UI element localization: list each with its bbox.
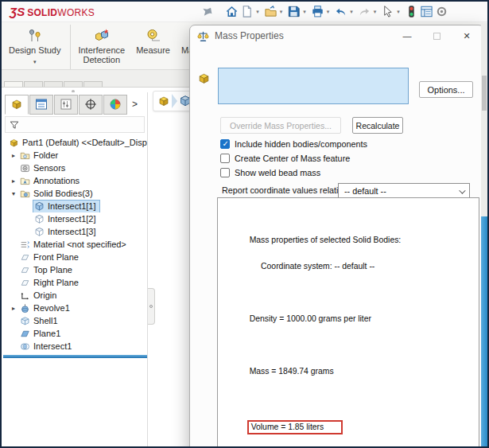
cube-outline-icon	[34, 227, 45, 237]
checkbox[interactable]	[220, 168, 230, 177]
tree-expander[interactable]: ▾	[8, 190, 19, 197]
dropdown-caret-icon[interactable]: ▾	[397, 9, 400, 15]
tree-item[interactable]: ▸ Annotations	[3, 174, 147, 187]
tree-item[interactable]: ▸ Revolve1	[3, 302, 147, 314]
toolbar-button[interactable]	[404, 4, 419, 19]
list-view-icon	[420, 5, 433, 18]
menu-item[interactable]	[169, 10, 184, 14]
tree-item[interactable]: Sensors	[3, 162, 147, 174]
command-tab[interactable]	[64, 81, 83, 87]
toolbar-button[interactable]: ▾	[333, 4, 357, 19]
close-button[interactable]: ✕	[461, 31, 472, 41]
ribbon-button[interactable]: Measure	[130, 25, 176, 69]
plane-filled-icon	[20, 329, 30, 339]
checkbox-row[interactable]: Create Center of Mass feature	[220, 153, 350, 164]
toolbar-button[interactable]	[224, 4, 239, 19]
tree-expander[interactable]: ▸	[8, 305, 19, 312]
logo-mark: ƷS	[10, 5, 25, 18]
command-tab[interactable]	[4, 81, 23, 87]
property-mgr-icon	[60, 98, 72, 111]
command-tab[interactable]	[44, 81, 63, 87]
right-scrollbar[interactable]	[481, 23, 487, 446]
maximize-button[interactable]	[433, 33, 440, 40]
tree-item[interactable]: Intersect1[1]	[3, 200, 147, 212]
tree-item[interactable]: Origin	[3, 289, 147, 302]
toolbar-button[interactable]: ▾	[380, 4, 404, 19]
tree-item[interactable]: Shell1	[3, 314, 147, 327]
dropdown-caret-icon[interactable]: ▾	[374, 9, 377, 15]
tree-item[interactable]: Top Plane	[3, 263, 147, 276]
dropdown-caret-icon[interactable]: ▾	[327, 9, 330, 15]
options-button[interactable]: Options...	[419, 81, 473, 98]
ribbon-button[interactable]: Interference Detection	[72, 25, 130, 69]
plane-icon	[20, 278, 30, 288]
menu-item[interactable]	[112, 10, 126, 14]
tree-item[interactable]: Intersect1	[3, 340, 147, 353]
panel-tab[interactable]	[54, 95, 78, 115]
checkbox-row[interactable]: Include hidden bodies/components	[220, 138, 367, 150]
sw-part-icon	[10, 98, 23, 111]
tree-expander[interactable]: ▸	[8, 177, 19, 185]
panel-tabs-overflow-arrow[interactable]: >	[132, 99, 146, 110]
toolbar-button[interactable]: ▾	[263, 4, 287, 19]
tree-item[interactable]: Right Plane	[3, 276, 147, 289]
toolbar-button[interactable]: ▾	[310, 4, 334, 19]
tree-filter-input[interactable]	[5, 116, 145, 133]
panel-tab[interactable]	[29, 95, 53, 115]
panel-tab[interactable]	[79, 95, 103, 115]
coordinate-system-select[interactable]: -- default --	[338, 183, 470, 198]
ribbon-button[interactable]: Design Study ▾	[3, 25, 71, 69]
scrollbar-thumb[interactable]	[482, 76, 487, 111]
command-tab[interactable]	[83, 81, 103, 87]
sw-part-icon	[9, 138, 19, 148]
print-icon	[311, 5, 324, 18]
recalculate-button[interactable]: Recalculate	[352, 117, 403, 134]
menu-item[interactable]	[155, 10, 169, 14]
tree-item[interactable]: Material <not specified>	[3, 238, 147, 251]
selection-list[interactable]	[218, 68, 409, 104]
checkbox[interactable]	[220, 139, 230, 149]
checkbox[interactable]	[220, 154, 230, 163]
override-mass-properties-button[interactable]: Override Mass Properties...	[220, 117, 341, 134]
pin-icon[interactable]	[201, 6, 213, 18]
sw-part-icon[interactable]	[157, 95, 170, 107]
toolbar-button[interactable]	[419, 4, 434, 19]
dropdown-caret-icon[interactable]: ▾	[33, 57, 37, 67]
menu-item[interactable]	[184, 10, 198, 14]
report-line: Coordinate system: -- default --	[222, 253, 479, 279]
dropdown-caret-icon[interactable]: ▾	[303, 9, 306, 15]
dropdown-caret-icon[interactable]: ▾	[350, 9, 353, 15]
gear-icon	[435, 5, 448, 18]
toolbar-button[interactable]	[434, 4, 449, 19]
tree-item[interactable]: Intersect1[2]	[3, 212, 147, 225]
report-line: Mass properties of selected Solid Bodies…	[222, 227, 479, 253]
panel-tab[interactable]	[5, 95, 29, 115]
tree-item-label: Intersect1	[33, 341, 72, 351]
command-tab[interactable]	[24, 81, 43, 87]
toolbar-button[interactable]: ▾	[357, 4, 381, 19]
menu-item[interactable]	[141, 10, 155, 14]
toolbar-button[interactable]: ▾	[239, 4, 263, 19]
tree-item[interactable]: Front Plane	[3, 251, 147, 263]
toolbar-button[interactable]: ▾	[286, 4, 310, 19]
quick-access-toolbar: ▾ ▾ ▾ ▾ ▾ ▾ ▾	[224, 4, 449, 19]
intersect-icon	[20, 341, 30, 352]
menu-item[interactable]	[126, 10, 141, 14]
checkbox-row[interactable]: Show weld bead mass	[220, 167, 320, 178]
rollback-bar[interactable]	[3, 355, 147, 358]
report-line	[222, 332, 479, 358]
panel-splitter-handle[interactable]	[148, 288, 155, 325]
panel-tab[interactable]	[103, 95, 127, 115]
sensors-icon	[20, 163, 30, 173]
dropdown-caret-icon[interactable]: ▾	[256, 9, 259, 15]
tree-item[interactable]: Part1 (Default) <<Default>_Display S	[3, 136, 147, 149]
tree-item[interactable]: ▸ Folder	[3, 149, 147, 162]
tree-item[interactable]: ▾ Solid Bodies(3)	[3, 187, 147, 200]
tree-item[interactable]: Intersect1[3]	[3, 225, 147, 238]
minimize-button[interactable]: —	[402, 31, 413, 41]
dialog-title: Mass Properties	[215, 30, 284, 41]
tree-expander[interactable]: ▸	[8, 152, 19, 159]
tree-item[interactable]: Plane1	[3, 327, 147, 340]
dropdown-caret-icon[interactable]: ▾	[280, 9, 283, 15]
display-mgr-icon	[109, 98, 122, 111]
